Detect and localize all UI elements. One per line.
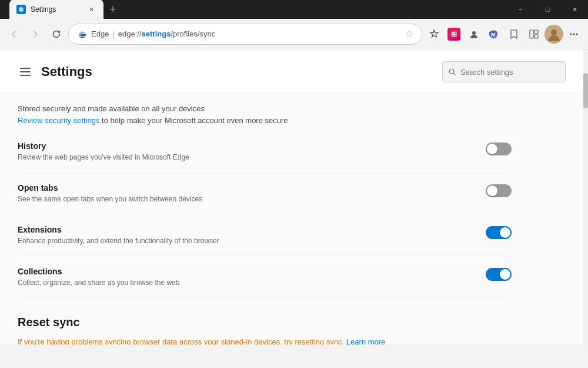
address-domain: Edge (91, 29, 109, 38)
sync-item-info: CollectionsCollect, organize, and share … (18, 267, 180, 287)
sync-item-desc: Enhance productivity, and extend the fun… (18, 237, 219, 245)
close-button[interactable]: ✕ (561, 0, 588, 19)
hamburger-line-1 (20, 68, 31, 69)
scrollbar-track[interactable] (583, 49, 588, 344)
active-tab[interactable]: Settings ✕ (9, 0, 103, 19)
toggle-knob (500, 227, 510, 238)
refresh-button[interactable] (47, 25, 66, 44)
settings-header: Settings (0, 49, 583, 92)
settings-body: Stored securely and made available on al… (0, 92, 529, 344)
page-title: Settings (41, 64, 92, 79)
search-icon (449, 68, 456, 76)
sync-item-info: ExtensionsEnhance productivity, and exte… (18, 225, 219, 245)
svg-line-13 (453, 73, 455, 75)
svg-rect-6 (534, 35, 538, 38)
sync-item: Open tabsSee the same open tabs when you… (18, 173, 512, 214)
new-tab-button[interactable]: + (103, 0, 122, 19)
scrollbar-thumb[interactable] (583, 73, 588, 108)
main-area: Settings Stored securely and made availa… (0, 49, 588, 344)
sync-item-name: Open tabs (18, 183, 202, 193)
profile-icon-button[interactable] (465, 25, 483, 44)
maximize-button[interactable]: □ (534, 0, 561, 19)
review-security-link[interactable]: Review security settings (18, 116, 99, 125)
forward-button[interactable] (26, 25, 45, 44)
hamburger-button[interactable] (18, 65, 33, 78)
security-note: Stored securely and made available on al… (18, 92, 512, 131)
svg-point-0 (19, 7, 24, 12)
svg-point-8 (551, 29, 557, 35)
edge-logo-icon (77, 29, 88, 39)
titlebar-left: Settings ✕ + (0, 0, 507, 19)
svg-point-10 (573, 33, 575, 35)
svg-rect-5 (534, 30, 538, 34)
sync-item-info: HistoryReview the web pages you've visit… (18, 141, 189, 161)
navbar: Edge | edge://settings/profiles/sync ☆ ⊞… (0, 19, 588, 49)
sidebar-button[interactable] (524, 25, 543, 44)
search-input[interactable] (460, 68, 559, 77)
toggle-switch[interactable] (486, 226, 512, 239)
review-suffix-text: to help make your Microsoft account even… (99, 116, 288, 125)
sync-item-name: Collections (18, 267, 180, 276)
toggle-switch[interactable] (486, 142, 512, 155)
sync-item-name: Extensions (18, 225, 219, 234)
star-icon[interactable]: ☆ (405, 28, 413, 39)
extension-button[interactable]: M (485, 25, 503, 44)
titlebar: Settings ✕ + − □ ✕ (0, 0, 588, 19)
svg-point-11 (576, 33, 578, 35)
search-settings-container[interactable] (442, 61, 566, 82)
collections-button[interactable]: ⊞ (445, 25, 463, 44)
sync-item-desc: Review the web pages you've visited in M… (18, 153, 189, 161)
address-url: edge://settings/profiles/sync (118, 29, 215, 38)
toggle-switch[interactable] (486, 268, 512, 281)
reset-sync-prefix: If you're having problems syncing browse… (18, 337, 346, 344)
toggle-knob (487, 144, 497, 154)
reset-sync-title: Reset sync (18, 316, 512, 329)
address-url-highlight: settings (142, 29, 171, 38)
svg-point-2 (472, 31, 476, 35)
sync-item-info: Open tabsSee the same open tabs when you… (18, 183, 202, 203)
hamburger-line-2 (20, 71, 31, 72)
favorites-button[interactable] (425, 25, 443, 44)
stored-securely-text: Stored securely and made available on al… (18, 104, 205, 113)
tab-favicon (16, 5, 26, 14)
sync-item: ExtensionsEnhance productivity, and exte… (18, 214, 512, 256)
settings-title-area: Settings (18, 64, 92, 79)
learn-more-link[interactable]: Learn more (346, 337, 385, 344)
toolbar-icons: ⊞ M (425, 25, 583, 44)
reset-sync-section: Reset sync If you're having problems syn… (18, 316, 512, 344)
sync-item-desc: See the same open tabs when you switch b… (18, 195, 202, 203)
sync-item-desc: Collect, organize, and share as you brow… (18, 279, 180, 287)
sync-items-list: HistoryReview the web pages you've visit… (18, 131, 512, 298)
bookmarks-button[interactable] (505, 25, 523, 44)
svg-text:M: M (491, 32, 496, 38)
toggle-knob (487, 185, 497, 196)
reset-sync-description: If you're having problems syncing browse… (18, 337, 512, 344)
sync-item: HistoryReview the web pages you've visit… (18, 131, 512, 173)
sync-item-name: History (18, 141, 189, 151)
minimize-button[interactable]: − (507, 0, 534, 19)
collections-icon: ⊞ (447, 28, 460, 41)
tab-title: Settings (31, 5, 81, 14)
profile-avatar[interactable] (544, 25, 563, 44)
svg-rect-4 (530, 30, 533, 38)
svg-point-9 (570, 33, 572, 35)
window-controls: − □ ✕ (507, 0, 588, 19)
address-url-suffix: /profiles/sync (171, 29, 215, 38)
address-bar[interactable]: Edge | edge://settings/profiles/sync ☆ (68, 24, 422, 45)
settings-content: Settings Stored securely and made availa… (0, 49, 583, 344)
more-options-button[interactable] (564, 25, 583, 44)
toggle-knob (500, 269, 510, 280)
sync-item: CollectionsCollect, organize, and share … (18, 256, 512, 298)
back-button[interactable] (5, 25, 24, 44)
tab-close-button[interactable]: ✕ (86, 4, 96, 15)
toggle-switch[interactable] (486, 184, 512, 197)
address-separator: | (112, 29, 114, 38)
hamburger-line-3 (20, 75, 31, 76)
